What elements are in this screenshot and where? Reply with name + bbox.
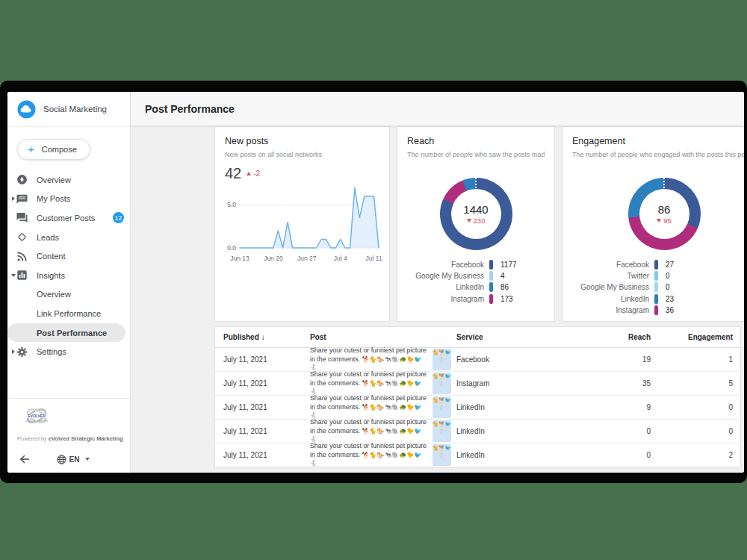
svg-text:Jun 27: Jun 27	[297, 255, 317, 262]
engagement-value: 5	[651, 379, 740, 388]
legend-label: Google My Business	[407, 272, 484, 280]
diamond-icon	[16, 231, 28, 243]
table-row[interactable]: July 11, 2021Share your cutest or funnie…	[215, 348, 740, 372]
globe-icon	[57, 455, 66, 464]
legend-row-facebook: Facebook1177	[407, 259, 545, 270]
sidebar-item-customer-posts[interactable]: Customer Posts12	[7, 208, 130, 228]
sidebar-item-label: Leads	[37, 233, 59, 242]
post-text: Share your cutest or funniest pet pictur…	[310, 346, 428, 372]
column-header-published[interactable]: Published↓	[215, 333, 310, 341]
sidebar-item-insights[interactable]: Insights	[7, 266, 130, 285]
sidebar-item-label: Post Performance	[37, 329, 107, 337]
post-thumbnail: 🐈🐕🐦🐇	[433, 420, 451, 442]
gear-icon	[16, 346, 28, 358]
triangle-down-icon	[657, 219, 661, 223]
post-thumbnail: 🐈🐕🐦🐇	[433, 373, 451, 394]
column-header-reach[interactable]: Reach	[585, 333, 651, 341]
content-area: New posts New posts on all social networ…	[131, 125, 744, 473]
engagement-card: Engagement The number of people who enga…	[562, 126, 744, 322]
back-arrow-icon[interactable]	[19, 453, 31, 465]
brand-header: Social Marketing	[7, 92, 130, 127]
triangle-down-icon	[467, 219, 471, 223]
triangle-up-icon	[247, 172, 251, 175]
post-thumbnail: 🐈🐕🐦🐇	[433, 396, 451, 418]
reach-legend: Facebook1177Google My Business4LinkedIn8…	[407, 259, 545, 305]
brand-name: Social Marketing	[43, 105, 107, 113]
svg-text:Jun 13: Jun 13	[230, 255, 249, 262]
evolved-logo: EVOLVED STRATEGIC MARKETING	[7, 399, 130, 430]
svg-text:0.0: 0.0	[227, 244, 236, 252]
legend-row-google-my-business: Google My Business4	[407, 270, 545, 281]
forum-icon	[16, 212, 28, 223]
sidebar-item-label: Overview	[37, 175, 71, 184]
table-header-row: Published↓ Post Service Reach Engagement	[215, 327, 740, 348]
reach-value: 35	[585, 379, 651, 388]
expand-right-icon[interactable]	[10, 196, 16, 201]
sidebar-item-label: Settings	[37, 347, 66, 356]
service-name: Facebook	[456, 355, 585, 364]
expand-right-icon[interactable]	[10, 349, 16, 354]
sort-arrow-icon: ↓	[261, 333, 265, 341]
table-row[interactable]: July 11, 2021Share your cutest or funnie…	[215, 420, 740, 444]
sidebar-item-link-performance[interactable]: Link Performance	[7, 304, 130, 323]
main-area: Post Performance New posts New posts on …	[131, 92, 744, 473]
legend-label: Instagram	[572, 306, 649, 314]
chat-icon	[16, 193, 28, 205]
compose-button[interactable]: + Compose	[17, 139, 90, 160]
sidebar-nav: OverviewMy PostsCustomer Posts12LeadsCon…	[7, 161, 130, 361]
sidebar-item-overview[interactable]: Overview	[7, 285, 130, 305]
sidebar-item-overview[interactable]: Overview	[7, 170, 130, 190]
expand-down-icon[interactable]	[10, 274, 16, 277]
svg-text:5.0: 5.0	[227, 201, 236, 208]
column-header-service[interactable]: Service	[456, 333, 585, 341]
post-cell: Share your cutest or funniest pet pictur…	[310, 370, 456, 396]
sidebar-item-post-performance[interactable]: Post Performance	[7, 323, 125, 343]
card-title: New posts	[225, 136, 379, 146]
published-date: July 11, 2021	[215, 427, 310, 435]
engagement-delta: 95	[657, 217, 672, 225]
posts-table: Published↓ Post Service Reach Engagement…	[214, 326, 741, 467]
donut-start-tick	[663, 178, 665, 190]
post-cell: Share your cutest or funniest pet pictur…	[310, 418, 456, 444]
engagement-legend: Facebook27Twitter0Google My Business0Lin…	[572, 259, 744, 316]
engagement-value: 0	[651, 403, 740, 411]
table-row[interactable]: July 11, 2021Share your cutest or funnie…	[215, 396, 740, 420]
sidebar-item-label: Link Performance	[37, 309, 101, 318]
engagement-donut-chart: 86 95	[628, 178, 701, 250]
legend-color-chip	[654, 294, 658, 304]
legend-color-chip	[654, 305, 658, 315]
app-window: Social Marketing + Compose OverviewMy Po…	[7, 92, 744, 473]
legend-value: 23	[663, 295, 744, 303]
language-selector[interactable]: EN	[57, 455, 93, 464]
svg-text:Jul 4: Jul 4	[334, 255, 347, 262]
sidebar-item-my-posts[interactable]: My Posts	[7, 190, 130, 209]
page-header: Post Performance	[131, 92, 744, 125]
column-header-post[interactable]: Post	[310, 333, 456, 341]
new-posts-line-chart: 0.05.0Jun 13Jun 20Jun 27Jul 4Jul 11	[225, 184, 379, 270]
social-marketing-logo-icon	[17, 100, 36, 119]
legend-label: Instagram	[407, 295, 484, 303]
page-title: Post Performance	[145, 103, 235, 115]
column-header-engagement[interactable]: Engagement	[651, 333, 740, 341]
post-cell: Share your cutest or funniest pet pictur…	[310, 346, 456, 372]
legend-label: LinkedIn	[407, 283, 484, 291]
published-date: July 11, 2021	[215, 379, 310, 388]
metric-cards: New posts New posts on all social networ…	[214, 126, 741, 322]
post-text: Share your cutest or funniest pet pictur…	[310, 442, 428, 467]
sidebar-item-leads[interactable]: Leads	[7, 228, 130, 247]
new-posts-total: 42	[225, 165, 241, 182]
sidebar-item-label: My Posts	[37, 194, 70, 203]
sidebar-item-content[interactable]: Content	[7, 246, 130, 266]
table-row[interactable]: July 11, 2021Share your cutest or funnie…	[215, 444, 740, 467]
published-date: July 11, 2021	[215, 403, 310, 411]
svg-text:Jul 11: Jul 11	[366, 255, 382, 262]
legend-value: 27	[663, 261, 744, 269]
legend-color-chip	[654, 271, 658, 281]
table-row[interactable]: July 11, 2021Share your cutest or funnie…	[215, 372, 740, 396]
bottom-bar: EN	[7, 446, 130, 473]
sidebar-item-label: Insights	[37, 271, 65, 280]
language-label: EN	[69, 455, 80, 464]
sidebar-item-settings[interactable]: Settings	[7, 342, 130, 361]
card-subtitle: The number of people who saw the posts m…	[407, 151, 545, 158]
legend-row-twitter: Twitter0	[572, 270, 744, 281]
